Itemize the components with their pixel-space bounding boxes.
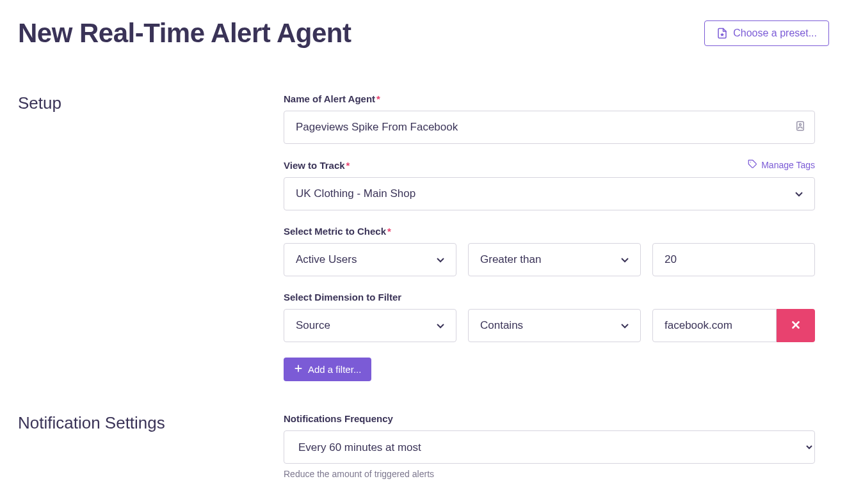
dimension-label: Select Dimension to Filter	[284, 292, 815, 303]
metric-select[interactable]: Active Users	[284, 243, 456, 276]
view-label: View to Track*	[284, 160, 350, 171]
plus-icon	[294, 364, 303, 375]
header-row: New Real-Time Alert Agent Choose a prese…	[18, 18, 829, 49]
notifications-section: Notification Settings Notifications Freq…	[18, 413, 829, 479]
notifications-section-body: Notifications Frequency Every 60 minutes…	[284, 413, 815, 479]
caret-down-icon	[621, 253, 629, 266]
dimension-selected-value: Source	[296, 319, 330, 332]
setup-section-body: Name of Alert Agent* View to Track*	[284, 93, 815, 381]
add-filter-label: Add a filter...	[308, 364, 361, 375]
choose-preset-label: Choose a preset...	[733, 28, 817, 39]
view-label-text: View to Track	[284, 160, 345, 171]
filter-value-input[interactable]	[652, 309, 777, 342]
metric-field-group: Select Metric to Check* Active Users Gre…	[284, 226, 815, 276]
metric-row: Active Users Greater than	[284, 243, 815, 276]
name-field-group: Name of Alert Agent*	[284, 93, 815, 144]
caret-down-icon	[795, 187, 803, 200]
tag-icon	[748, 159, 757, 171]
frequency-helper-text: Reduce the amount of triggered alerts	[284, 469, 815, 479]
required-mark: *	[346, 160, 350, 171]
filter-value-wrap	[652, 309, 815, 342]
required-mark: *	[376, 93, 380, 104]
name-label-text: Name of Alert Agent	[284, 93, 375, 104]
remove-filter-button[interactable]	[777, 309, 815, 342]
metric-label-text: Select Metric to Check	[284, 226, 386, 237]
comparator-selected-value: Greater than	[480, 253, 541, 266]
caret-down-icon	[437, 253, 444, 266]
name-input-wrap	[284, 111, 815, 144]
page-title: New Real-Time Alert Agent	[18, 18, 351, 49]
manage-tags-label: Manage Tags	[761, 160, 815, 170]
choose-preset-button[interactable]: Choose a preset...	[704, 20, 829, 46]
frequency-field-group: Notifications Frequency Every 60 minutes…	[284, 413, 815, 479]
view-label-row: View to Track* Manage Tags	[284, 159, 815, 171]
contact-card-icon	[795, 120, 806, 134]
manage-tags-link[interactable]: Manage Tags	[748, 159, 815, 171]
svg-point-2	[800, 123, 802, 125]
operator-select[interactable]: Contains	[468, 309, 641, 342]
caret-down-icon	[437, 319, 444, 332]
caret-down-icon	[621, 319, 629, 332]
frequency-label: Notifications Frequency	[284, 413, 815, 424]
comparator-select[interactable]: Greater than	[468, 243, 641, 276]
metric-label: Select Metric to Check*	[284, 226, 815, 237]
view-to-track-select[interactable]: UK Clothing - Main Shop	[284, 177, 815, 210]
dimension-select[interactable]: Source	[284, 309, 456, 342]
close-icon	[790, 319, 802, 333]
preset-icon	[716, 28, 728, 39]
metric-selected-value: Active Users	[296, 253, 357, 266]
svg-marker-0	[720, 33, 724, 36]
threshold-input[interactable]	[652, 243, 815, 276]
operator-selected-value: Contains	[480, 319, 523, 332]
setup-section-title: Setup	[18, 93, 284, 113]
frequency-select[interactable]: Every 60 minutes at most	[284, 430, 815, 464]
view-field-group: View to Track* Manage Tags UK Clothing -…	[284, 159, 815, 210]
name-label: Name of Alert Agent*	[284, 93, 815, 104]
dimension-row: Source Contains	[284, 309, 815, 342]
add-filter-button[interactable]: Add a filter...	[284, 358, 371, 381]
setup-section: Setup Name of Alert Agent* Vie	[18, 93, 829, 381]
required-mark: *	[387, 226, 391, 237]
view-selected-value: UK Clothing - Main Shop	[296, 187, 415, 200]
dimension-field-group: Select Dimension to Filter Source Contai…	[284, 292, 815, 342]
notifications-section-title: Notification Settings	[18, 413, 284, 433]
alert-name-input[interactable]	[284, 111, 815, 144]
